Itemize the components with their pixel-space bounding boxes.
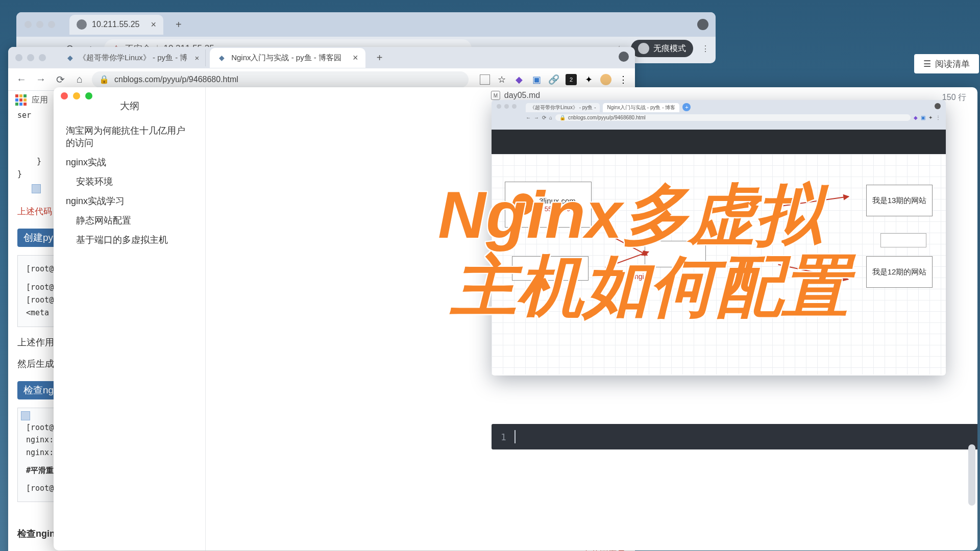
reload-button[interactable]: ⟳ bbox=[53, 72, 67, 87]
lock-icon: 🔒 bbox=[559, 115, 566, 120]
close-icon[interactable]: × bbox=[353, 53, 358, 63]
back-icon: ← bbox=[526, 115, 531, 120]
menu-icon[interactable]: ⋮ bbox=[701, 44, 709, 54]
menu-icon[interactable]: ⋮ bbox=[618, 74, 629, 85]
window-controls[interactable] bbox=[61, 92, 92, 99]
incognito-chip[interactable]: 无痕模式 bbox=[631, 40, 693, 57]
home-button[interactable]: ⌂ bbox=[72, 72, 87, 87]
outline-pane: 大纲 淘宝网为何能抗住十几亿用户的访问nginx实战安装环境nginx实战学习静… bbox=[54, 87, 206, 550]
thumbnail-tab: Nginx入门与实战 - py鱼 - 博客 bbox=[603, 103, 679, 112]
tab-active[interactable]: ◆ Nginx入门与实战 - py鱼 - 博客园 × bbox=[210, 48, 365, 68]
tab-strip: 10.211.55.25 × + bbox=[16, 12, 716, 37]
code-panel[interactable]: 1 bbox=[492, 424, 977, 449]
menu-icon: ⋮ bbox=[936, 115, 941, 120]
reading-list-label: 阅读清单 bbox=[935, 58, 970, 70]
thumbnail-profile-icon bbox=[935, 103, 941, 109]
outline-item[interactable]: 安装环境 bbox=[54, 172, 205, 191]
site-icon: ◆ bbox=[217, 53, 226, 62]
tab-inactive[interactable]: ◆ 《超哥带你学Linux》 - py鱼 - 博 × bbox=[59, 49, 206, 66]
headline-line2: 主机如何配置 bbox=[451, 253, 849, 319]
window-controls[interactable] bbox=[15, 54, 46, 61]
ext-icon: ▣ bbox=[921, 115, 925, 120]
headline-line1: Nginx多虚拟 bbox=[438, 182, 821, 248]
forward-icon: → bbox=[534, 115, 539, 120]
thumbnail-dark-region bbox=[492, 130, 946, 154]
scrollbar-thumb[interactable] bbox=[968, 444, 975, 506]
profile-icon[interactable] bbox=[600, 74, 611, 85]
diagram-label: 我是13期的网站 bbox=[872, 196, 927, 206]
thumbnail-tab: 《超哥带你学Linux》 - py鱼 - bbox=[526, 103, 600, 112]
close-icon[interactable]: × bbox=[194, 54, 199, 62]
outline-item[interactable]: nginx实战学习 bbox=[54, 191, 205, 211]
list-icon: ☰ bbox=[923, 59, 931, 69]
tab-title: 《超哥带你学Linux》 - py鱼 - 博 bbox=[79, 53, 187, 63]
new-tab-button[interactable]: + bbox=[374, 52, 386, 64]
thumbnail-new-tab: + bbox=[682, 103, 691, 111]
forward-button[interactable]: → bbox=[34, 72, 48, 87]
copy-icon[interactable] bbox=[21, 411, 30, 420]
account-icon[interactable] bbox=[697, 19, 708, 30]
back-button[interactable]: ← bbox=[14, 72, 29, 87]
diagram-label: 我是12期的网站 bbox=[872, 267, 927, 277]
outline-list: 淘宝网为何能抗住十几亿用户的访问nginx实战安装环境nginx实战学习静态网站… bbox=[54, 118, 205, 253]
url-text: cnblogs.com/pyyu/p/9468680.html bbox=[114, 75, 238, 84]
ext-icon: ✦ bbox=[928, 115, 933, 120]
site-icon: ◆ bbox=[65, 53, 75, 62]
extensions-icon[interactable]: ✦ bbox=[583, 74, 594, 85]
editor-body: 《超哥带你学Linux》 - py鱼 - Nginx入门与实战 - py鱼 - … bbox=[206, 87, 977, 550]
text-cursor bbox=[514, 430, 516, 443]
lock-icon: 🔒 bbox=[99, 74, 109, 84]
toolbar-icons: ☆ ◆ ▣ 🔗 2 ✦ ⋮ bbox=[480, 74, 629, 85]
editor-window: M day05.md 150 行 大纲 淘宝网为何能抗住十几亿用户的访问ngin… bbox=[54, 87, 977, 550]
apps-label[interactable]: 应用 bbox=[32, 95, 48, 106]
outline-item[interactable]: 静态网站配置 bbox=[54, 211, 205, 230]
incognito-label: 无痕模式 bbox=[653, 43, 686, 54]
incognito-icon bbox=[638, 43, 649, 54]
thumbnail-url: cnblogs.com/pyyu/p/9468680.html bbox=[568, 115, 646, 120]
new-tab-button[interactable]: + bbox=[173, 18, 185, 31]
ext-icon: ◆ bbox=[914, 115, 918, 120]
reload-icon: ⟳ bbox=[542, 115, 546, 120]
tab-strip: ◆ 《超哥带你学Linux》 - py鱼 - 博 × ◆ Nginx入门与实战 … bbox=[8, 47, 635, 68]
line-number: 1 bbox=[501, 432, 506, 442]
star-icon[interactable]: ☆ bbox=[496, 74, 507, 85]
window-controls[interactable] bbox=[24, 21, 55, 28]
outline-item[interactable]: nginx实战 bbox=[54, 153, 205, 172]
tab-active[interactable]: 10.211.55.25 × bbox=[69, 15, 163, 35]
thumbnail-tab-strip: 《超哥带你学Linux》 - py鱼 - Nginx入门与实战 - py鱼 - … bbox=[492, 100, 946, 130]
account-icon[interactable] bbox=[619, 52, 629, 62]
ext-icon[interactable]: ▣ bbox=[531, 74, 542, 85]
reading-list-button[interactable]: ☰ 阅读清单 bbox=[914, 54, 979, 73]
ext-icon[interactable]: 2 bbox=[566, 74, 577, 85]
section-badge: 创建py bbox=[17, 229, 59, 247]
outline-item[interactable]: 淘宝网为何能抗住十几亿用户的访问 bbox=[54, 121, 205, 153]
outline-item[interactable]: 基于端口的多虚拟主机 bbox=[54, 230, 205, 249]
home-icon: ⌂ bbox=[549, 115, 552, 120]
qr-icon[interactable] bbox=[480, 74, 490, 85]
tab-title: Nginx入门与实战 - py鱼 - 博客园 bbox=[231, 53, 341, 63]
tab-title: 10.211.55.25 bbox=[92, 20, 139, 29]
close-icon[interactable]: × bbox=[151, 19, 156, 30]
window-controls bbox=[497, 104, 517, 109]
ext-icon[interactable]: 🔗 bbox=[548, 74, 559, 85]
apps-icon[interactable] bbox=[15, 94, 27, 106]
address-bar[interactable]: 🔒 cnblogs.com/pyyu/p/9468680.html bbox=[92, 71, 469, 88]
ext-icon[interactable]: ◆ bbox=[513, 74, 525, 85]
copy-icon[interactable] bbox=[32, 184, 41, 193]
globe-icon bbox=[77, 19, 87, 30]
